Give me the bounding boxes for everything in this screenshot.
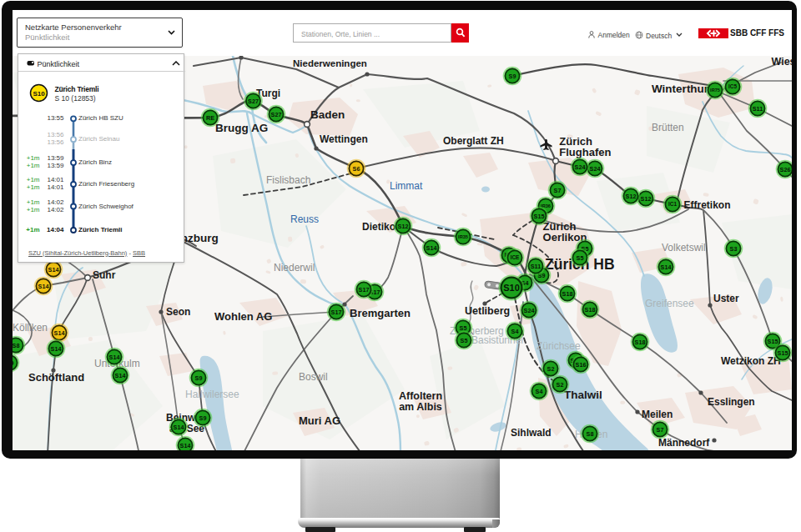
svg-text:S17: S17 [331, 309, 342, 316]
svg-text:Thalwil: Thalwil [564, 389, 602, 401]
svg-text:S12: S12 [398, 223, 409, 230]
svg-text:Suhr: Suhr [93, 269, 116, 281]
svg-text:S7: S7 [554, 187, 562, 194]
svg-text:S2: S2 [557, 381, 564, 389]
svg-text:S14: S14 [661, 263, 672, 271]
svg-text:S14: S14 [48, 266, 59, 274]
svg-text:IC1: IC1 [668, 201, 677, 207]
svg-text:IR75: IR75 [710, 88, 720, 93]
svg-text:Hallwilersee: Hallwilersee [185, 389, 239, 400]
svg-text:S14: S14 [426, 244, 437, 252]
svg-text:S26: S26 [780, 166, 791, 173]
svg-text:S12: S12 [626, 193, 637, 200]
svg-text:S3: S3 [730, 245, 738, 253]
svg-text:Effretikon: Effretikon [684, 199, 731, 211]
svg-text:Kölliken: Kölliken [13, 322, 48, 334]
svg-text:S14: S14 [38, 283, 49, 290]
svg-text:S16: S16 [576, 361, 587, 369]
svg-text:Affoltern: Affoltern [399, 390, 442, 402]
svg-text:Wohlen AG: Wohlen AG [214, 310, 272, 323]
svg-text:Bremgarten: Bremgarten [350, 307, 411, 319]
svg-text:Reuss: Reuss [290, 213, 319, 225]
svg-text:ICE: ICE [511, 254, 520, 260]
svg-text:Niederweningen: Niederweningen [293, 58, 367, 68]
svg-text:S14: S14 [109, 354, 120, 361]
svg-text:Brugg AG: Brugg AG [215, 122, 268, 134]
svg-text:S18: S18 [585, 306, 596, 314]
svg-text:S15: S15 [534, 213, 545, 220]
svg-text:S8: S8 [13, 342, 19, 349]
svg-text:S2: S2 [547, 365, 555, 373]
svg-text:S10: S10 [33, 89, 45, 97]
svg-text:S5: S5 [577, 254, 584, 262]
svg-text:S5: S5 [461, 337, 468, 344]
svg-text:Sihlwald: Sihlwald [511, 427, 552, 439]
svg-text:Wettingen: Wettingen [320, 133, 368, 145]
svg-text:Oberglatt ZH: Oberglatt ZH [443, 135, 504, 147]
svg-text:Flughafen: Flughafen [559, 146, 611, 158]
svg-text:Seon: Seon [166, 306, 190, 318]
svg-text:S15: S15 [778, 349, 788, 357]
svg-text:S14: S14 [51, 345, 62, 353]
svg-text:S9: S9 [509, 73, 516, 80]
svg-text:Limmat: Limmat [390, 180, 423, 192]
svg-text:Männedorf: Männedorf [658, 437, 710, 449]
svg-text:Winterthur: Winterthur [652, 83, 709, 95]
svg-text:IC5: IC5 [728, 83, 737, 89]
svg-text:S4: S4 [536, 388, 543, 395]
svg-text:Baden: Baden [310, 108, 345, 121]
svg-text:S6: S6 [353, 165, 360, 173]
svg-text:Schöftland: Schöftland [28, 371, 84, 384]
svg-text:Muri AG: Muri AG [299, 414, 340, 427]
svg-text:S12: S12 [641, 195, 652, 203]
svg-text:Zürichsee: Zürichsee [537, 340, 581, 352]
svg-text:S17: S17 [359, 286, 370, 294]
svg-text:S24: S24 [575, 163, 586, 171]
svg-text:Uetliberg: Uetliberg [465, 305, 510, 317]
svg-text:S5: S5 [460, 324, 467, 332]
svg-text:RE: RE [206, 114, 214, 122]
svg-text:S27: S27 [271, 111, 282, 118]
svg-text:S9: S9 [195, 374, 203, 382]
svg-text:S14: S14 [174, 424, 184, 431]
svg-text:Meilen: Meilen [642, 409, 673, 420]
svg-text:Wetzikon ZH: Wetzikon ZH [721, 355, 781, 367]
svg-text:IR35: IR35 [458, 234, 468, 239]
svg-text:Fislisbach: Fislisbach [266, 174, 310, 186]
svg-text:S24: S24 [524, 307, 535, 314]
svg-text:S8: S8 [587, 430, 594, 438]
svg-text:Volketswil: Volketswil [662, 242, 706, 253]
svg-text:S10: S10 [503, 283, 520, 293]
svg-text:S27: S27 [248, 98, 259, 105]
svg-text:S11: S11 [753, 105, 763, 113]
svg-text:S14: S14 [115, 372, 126, 379]
svg-text:Boswil: Boswil [299, 371, 328, 383]
svg-text:S24: S24 [590, 165, 601, 173]
svg-text:S9: S9 [199, 414, 207, 422]
svg-text:Wies: Wies [772, 56, 793, 68]
svg-text:Esslingen: Esslingen [708, 396, 755, 408]
svg-text:Niederwil: Niederwil [274, 262, 315, 274]
svg-text:Brütten: Brütten [652, 122, 684, 133]
svg-text:S14: S14 [180, 442, 191, 449]
svg-text:S7: S7 [657, 426, 664, 434]
svg-text:S18: S18 [562, 290, 573, 298]
svg-text:S4: S4 [511, 328, 519, 335]
svg-text:am Albis: am Albis [399, 401, 442, 413]
svg-text:Uster: Uster [713, 293, 739, 304]
svg-text:S9: S9 [13, 359, 13, 367]
svg-text:S18: S18 [635, 339, 646, 346]
svg-text:S11: S11 [531, 263, 541, 270]
svg-text:S14: S14 [54, 329, 65, 337]
svg-text:Greifensee: Greifensee [645, 298, 694, 309]
svg-text:S15: S15 [768, 338, 778, 345]
